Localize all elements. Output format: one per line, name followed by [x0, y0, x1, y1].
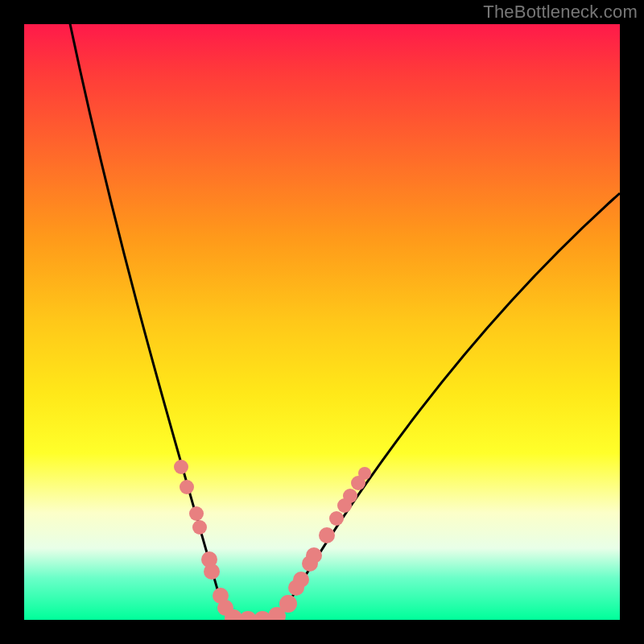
watermark-text: TheBottleneck.com	[483, 2, 638, 23]
chart-svg	[24, 24, 620, 620]
marker-right-7	[343, 489, 357, 503]
marker-left-5	[204, 564, 220, 580]
curve-left-branch	[68, 24, 259, 620]
marker-right-9	[358, 467, 371, 480]
marker-right-3	[306, 547, 322, 564]
marker-left-1	[180, 480, 194, 494]
marker-right-1	[293, 572, 309, 588]
curve-group	[68, 24, 620, 620]
marker-right-5	[329, 511, 344, 526]
marker-left-3	[192, 520, 207, 535]
chart-plot-area	[24, 24, 620, 620]
marker-left-0	[174, 460, 188, 474]
marker-right-4	[319, 527, 335, 543]
marker-bottom-4	[279, 595, 297, 613]
marker-left-2	[189, 506, 204, 521]
